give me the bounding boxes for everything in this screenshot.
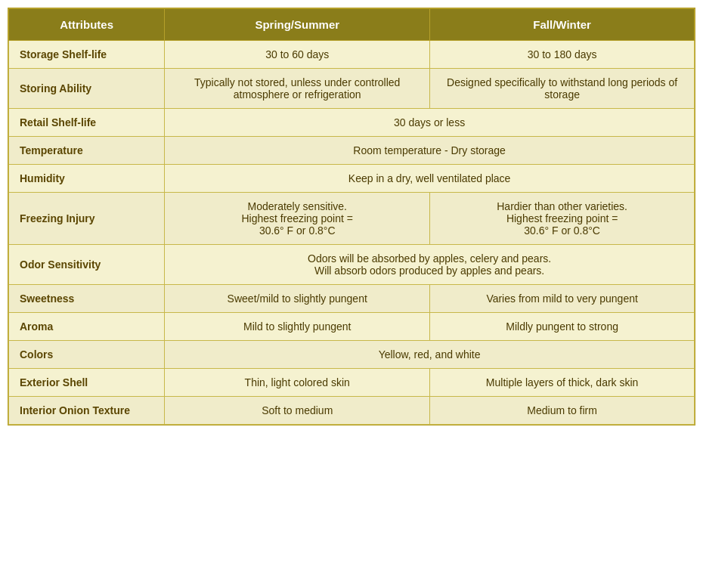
attribute-label: Aroma	[9, 313, 165, 341]
table-row: TemperatureRoom temperature - Dry storag…	[9, 137, 695, 165]
cell-value-combined: Odors will be absorbed by apples, celery…	[165, 245, 695, 285]
cell-spring: Mild to slightly pungent	[165, 313, 430, 341]
table-row: Retail Shelf-life30 days or less	[9, 109, 695, 137]
attribute-label: Retail Shelf-life	[9, 109, 165, 137]
table-row: Odor SensitivityOdors will be absorbed b…	[9, 245, 695, 285]
table-row: ColorsYellow, red, and white	[9, 341, 695, 369]
table-row: Exterior ShellThin, light colored skinMu…	[9, 369, 695, 397]
cell-fall: 30 to 180 days	[430, 41, 695, 69]
cell-fall: Multiple layers of thick, dark skin	[430, 369, 695, 397]
table-row: HumidityKeep in a dry, well ventilated p…	[9, 165, 695, 193]
attribute-label: Humidity	[9, 165, 165, 193]
attribute-label: Exterior Shell	[9, 369, 165, 397]
table-row: AromaMild to slightly pungentMildly pung…	[9, 313, 695, 341]
cell-spring: Soft to medium	[165, 397, 430, 425]
cell-value-combined: 30 days or less	[165, 109, 695, 137]
attribute-label: Storing Ability	[9, 69, 165, 109]
attribute-label: Freezing Injury	[9, 193, 165, 245]
attribute-label: Colors	[9, 341, 165, 369]
table-row: Interior Onion TextureSoft to mediumMedi…	[9, 397, 695, 425]
cell-spring: Thin, light colored skin	[165, 369, 430, 397]
header-attributes: Attributes	[9, 9, 165, 41]
cell-fall: Mildly pungent to strong	[430, 313, 695, 341]
table-row: Freezing InjuryModerately sensitive.High…	[9, 193, 695, 245]
table-row: SweetnessSweet/mild to slightly pungentV…	[9, 285, 695, 313]
cell-value-combined: Yellow, red, and white	[165, 341, 695, 369]
attribute-label: Temperature	[9, 137, 165, 165]
attribute-label: Odor Sensitivity	[9, 245, 165, 285]
attribute-label: Interior Onion Texture	[9, 397, 165, 425]
header-spring-summer: Spring/Summer	[165, 9, 430, 41]
table-row: Storage Shelf-life30 to 60 days30 to 180…	[9, 41, 695, 69]
cell-fall: Hardier than other varieties.Highest fre…	[430, 193, 695, 245]
attribute-label: Sweetness	[9, 285, 165, 313]
cell-spring: Moderately sensitive.Highest freezing po…	[165, 193, 430, 245]
cell-fall: Varies from mild to very pungent	[430, 285, 695, 313]
header-fall-winter: Fall/Winter	[430, 9, 695, 41]
cell-spring: 30 to 60 days	[165, 41, 430, 69]
cell-spring: Typically not stored, unless under contr…	[165, 69, 430, 109]
cell-fall: Designed specifically to withstand long …	[430, 69, 695, 109]
comparison-table: Attributes Spring/Summer Fall/Winter Sto…	[8, 8, 695, 426]
cell-value-combined: Room temperature - Dry storage	[165, 137, 695, 165]
table-row: Storing AbilityTypically not stored, unl…	[9, 69, 695, 109]
cell-spring: Sweet/mild to slightly pungent	[165, 285, 430, 313]
attribute-label: Storage Shelf-life	[9, 41, 165, 69]
cell-value-combined: Keep in a dry, well ventilated place	[165, 165, 695, 193]
cell-fall: Medium to firm	[430, 397, 695, 425]
